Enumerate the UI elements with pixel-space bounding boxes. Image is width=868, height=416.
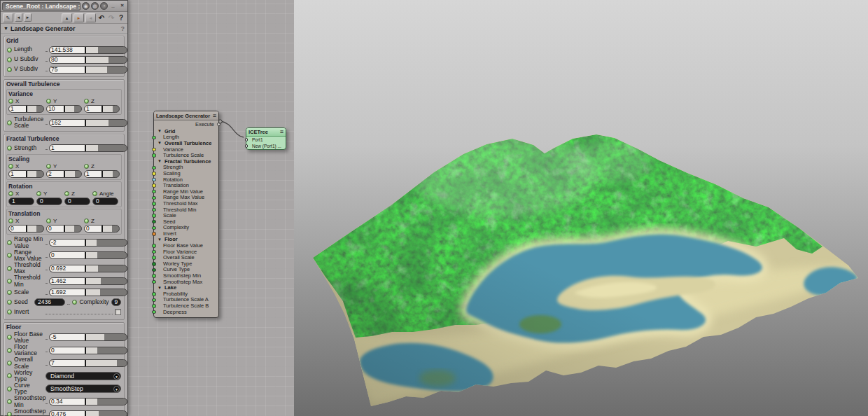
nav-forward-button[interactable]: ▸ bbox=[74, 13, 84, 22]
landscape-generator-node[interactable]: Landscape Generator ≡ Execute ▼GridLengt… bbox=[153, 111, 219, 318]
value-field-slider-v-subdiv[interactable]: 75 bbox=[50, 67, 85, 73]
node-port-overall-scale[interactable]: Overall Scale bbox=[154, 254, 218, 261]
node-port-scaling[interactable]: Scaling bbox=[154, 170, 218, 176]
port-dot-icon[interactable] bbox=[152, 280, 156, 284]
animatable-led-icon[interactable] bbox=[46, 164, 51, 169]
port-group-header-fractal-turbulence[interactable]: ▼Fractal Turbulence bbox=[154, 158, 218, 165]
node-port-smoothstep-min[interactable]: Smoothstep Min bbox=[154, 272, 218, 279]
port-dot-icon[interactable] bbox=[152, 183, 156, 188]
ice-node-graph-canvas[interactable]: Landscape Generator ≡ Execute ▼GridLengt… bbox=[128, 0, 294, 416]
value-field-slider-turbulence-scale[interactable]: 162 bbox=[50, 120, 85, 126]
slider-smoothstep-max[interactable]: 0.476 bbox=[49, 410, 127, 416]
value-field-slider-u-subdiv[interactable]: 80 bbox=[50, 57, 85, 63]
animatable-led-icon[interactable] bbox=[8, 99, 13, 104]
port-dot-icon[interactable] bbox=[152, 244, 156, 248]
value-field-slider-scaling-x[interactable]: 1 bbox=[9, 171, 26, 177]
value-field-rotation-angle[interactable]: 0 bbox=[92, 197, 118, 205]
slider-range-max-value[interactable]: 0 bbox=[49, 251, 127, 259]
collapse-arrow-icon[interactable]: ▼ bbox=[4, 26, 8, 31]
value-field-slider-range-max-value[interactable]: 0 bbox=[50, 252, 85, 258]
value-field-slider-length[interactable]: 141.538 bbox=[50, 47, 85, 53]
nav-up-button[interactable]: ▴ bbox=[62, 13, 72, 22]
slider-floor-base-value[interactable]: -5 bbox=[49, 333, 127, 341]
port-dot-icon[interactable] bbox=[152, 298, 156, 303]
animatable-led-icon[interactable] bbox=[36, 191, 41, 196]
port-dot-icon[interactable] bbox=[152, 214, 156, 218]
redo-icon[interactable]: ↷ bbox=[107, 14, 115, 22]
animatable-led-icon[interactable] bbox=[7, 310, 12, 314]
collapse-arrow-icon[interactable]: ▼ bbox=[158, 286, 162, 290]
animatable-led-icon[interactable] bbox=[7, 373, 12, 378]
port-dot-icon[interactable] bbox=[152, 304, 156, 308]
slider-variance-x[interactable]: 1 bbox=[8, 105, 44, 113]
collapse-arrow-icon[interactable]: ▼ bbox=[158, 159, 162, 163]
slider-threshold-min[interactable]: 1.462 bbox=[49, 277, 127, 285]
collapse-arrow-icon[interactable]: ▼ bbox=[158, 237, 162, 242]
value-field-slider-floor-variance[interactable]: 0 bbox=[50, 347, 85, 354]
value-field-slider-smoothstep-max[interactable]: 0.476 bbox=[50, 411, 85, 416]
animatable-led-icon[interactable] bbox=[7, 253, 12, 258]
chevron-down-icon[interactable]: ▼ bbox=[113, 386, 120, 392]
slider-u-subdiv[interactable]: 80 bbox=[49, 56, 127, 64]
update-icon[interactable]: ◉ bbox=[82, 2, 90, 10]
port-dot-icon[interactable] bbox=[152, 172, 156, 176]
port-dot-icon[interactable] bbox=[152, 178, 156, 182]
animatable-led-icon[interactable] bbox=[7, 146, 12, 151]
animatable-led-icon[interactable] bbox=[46, 219, 51, 223]
node-port-range-min-value[interactable]: Range Min Value bbox=[154, 188, 218, 195]
port-group-header-overall-turbulence[interactable]: ▼Overall Turbulence bbox=[154, 140, 218, 146]
chevron-down-icon[interactable]: ▼ bbox=[113, 373, 120, 380]
ppg-section-header[interactable]: ▼ Landscape Generator ? bbox=[1, 24, 127, 34]
slider-variance-y[interactable]: 10 bbox=[46, 105, 82, 113]
node-port-variance[interactable]: Variance bbox=[154, 146, 218, 153]
animatable-led-icon[interactable] bbox=[72, 300, 77, 305]
animatable-led-icon[interactable] bbox=[7, 279, 12, 284]
port-dot-icon[interactable] bbox=[152, 250, 156, 254]
port-dot-icon[interactable] bbox=[152, 310, 156, 314]
node-port-threshold-max[interactable]: Threshold Max bbox=[154, 200, 218, 207]
node-port-complexity[interactable]: Complexity bbox=[154, 225, 218, 231]
node-port-length[interactable]: Length bbox=[154, 134, 218, 141]
slider-length[interactable]: 141.538 bbox=[49, 46, 127, 54]
node-port-floor-base-value[interactable]: Floor Base Value bbox=[154, 242, 218, 249]
slider-smoothstep-min[interactable]: 0.34 bbox=[49, 398, 127, 405]
slider-translation-x[interactable]: 0 bbox=[8, 225, 44, 233]
node-port-translation[interactable]: Translation bbox=[154, 182, 218, 188]
port-group-header-floor[interactable]: ▼Floor bbox=[154, 237, 218, 243]
port-dot-icon[interactable] bbox=[152, 232, 156, 236]
minimize-button[interactable]: _ bbox=[109, 2, 117, 10]
slider-scaling-x[interactable]: 1 bbox=[8, 170, 44, 178]
value-field-slider-variance-x[interactable]: 1 bbox=[9, 106, 26, 112]
slider-scaling-z[interactable]: 1 bbox=[84, 170, 120, 178]
value-field-slider-floor-base-value[interactable]: -5 bbox=[50, 334, 85, 340]
undo-icon[interactable]: ↶ bbox=[97, 14, 106, 22]
value-field-slider-scale[interactable]: 1.692 bbox=[50, 289, 85, 296]
port-group-header-grid[interactable]: ▼Grid bbox=[154, 128, 218, 134]
node-port-deepness[interactable]: Deepness bbox=[154, 309, 218, 315]
value-field-slider-variance-y[interactable]: 10 bbox=[47, 106, 64, 112]
value-field-slider-translation-z[interactable]: 0 bbox=[85, 226, 102, 232]
execute-port-dot[interactable] bbox=[217, 123, 220, 126]
port-dot-icon[interactable] bbox=[152, 148, 156, 152]
value-field-rotation-z[interactable]: 0 bbox=[64, 197, 90, 205]
port-dot-icon[interactable] bbox=[152, 256, 156, 260]
animatable-led-icon[interactable] bbox=[7, 67, 12, 72]
node-port-floor-variance[interactable]: Floor Variance bbox=[154, 249, 218, 255]
edit-mode-button[interactable]: ✎ bbox=[3, 13, 13, 22]
value-field-seed[interactable]: 2436 bbox=[34, 298, 65, 306]
port-dot-icon[interactable] bbox=[152, 136, 156, 140]
collapse-arrow-icon[interactable]: ▼ bbox=[158, 129, 162, 133]
value-field-slider-overall-scale[interactable]: 7 bbox=[50, 360, 85, 366]
slider-scaling-y[interactable]: 2 bbox=[46, 170, 82, 178]
value-field-slider-variance-z[interactable]: 1 bbox=[85, 106, 102, 112]
animatable-led-icon[interactable] bbox=[8, 164, 13, 169]
slider-scale[interactable]: 1.692 bbox=[49, 289, 127, 296]
animatable-led-icon[interactable] bbox=[8, 219, 13, 223]
value-field-slider-translation-x[interactable]: 0 bbox=[9, 226, 26, 232]
nav-back-button[interactable]: ◂ bbox=[85, 13, 96, 22]
next-page-button[interactable]: ▸ bbox=[24, 13, 31, 22]
animatable-led-icon[interactable] bbox=[7, 361, 12, 366]
animatable-led-icon[interactable] bbox=[7, 240, 12, 245]
value-field-slider-smoothstep-min[interactable]: 0.34 bbox=[50, 398, 85, 405]
value-field-slider-range-min-value[interactable]: -2 bbox=[50, 240, 85, 246]
